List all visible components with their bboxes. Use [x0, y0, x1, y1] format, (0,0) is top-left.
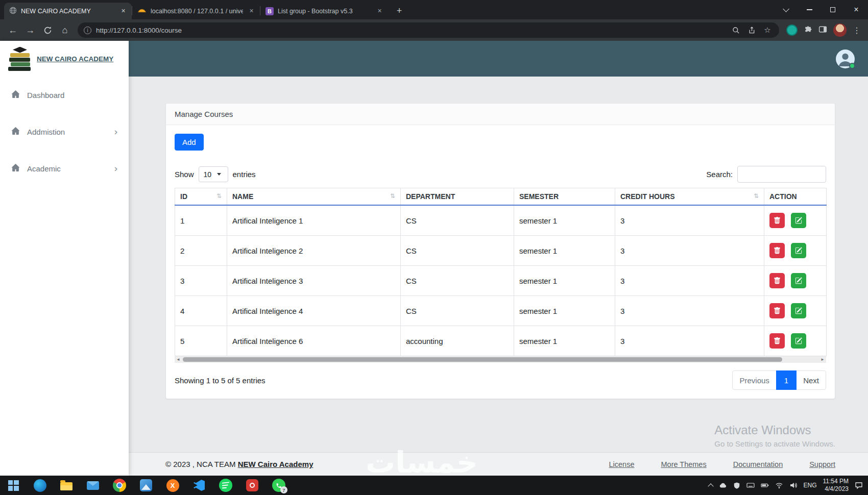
footer-link-support[interactable]: Support [809, 460, 835, 468]
column-header-name[interactable]: NAME⇅ [227, 188, 401, 206]
brand[interactable]: NEW CAIRO ACADEMY [0, 41, 129, 77]
back-button[interactable]: ← [4, 21, 21, 39]
tab-search-button[interactable] [774, 0, 798, 19]
scrollbar-thumb[interactable] [183, 357, 782, 362]
tab-close-icon[interactable]: × [119, 7, 128, 15]
phpmyadmin-favicon-icon [137, 7, 147, 15]
tab-phpmyadmin[interactable]: localhost:8080 / 127.0.0.1 / unive × [132, 3, 260, 19]
scroll-left-icon[interactable]: ◄ [176, 356, 180, 363]
delete-button[interactable] [769, 333, 785, 349]
footer-link-license[interactable]: License [609, 460, 635, 468]
sidebar-item-label: Academic [27, 164, 61, 173]
table-row: 3 Artifical Inteligence 3 CS semester 1 … [175, 266, 827, 296]
sidebar-item-admission[interactable]: Addmistion › [0, 113, 129, 150]
browser-menu-icon[interactable]: ⋮ [853, 26, 861, 35]
add-button[interactable]: Add [175, 134, 204, 151]
search-input[interactable] [737, 166, 826, 183]
sidebar-item-academic[interactable]: Academic › [0, 150, 129, 187]
time: 11:54 PM [823, 478, 849, 485]
column-header-credit-hours[interactable]: CREDIT HOURS⇅ [615, 188, 764, 206]
chevron-right-icon: › [114, 163, 117, 174]
taskbar-clock[interactable]: 11:54 PM 4/4/2023 [823, 478, 849, 493]
keyboard-icon[interactable] [746, 481, 755, 489]
chrome-icon[interactable] [106, 476, 133, 495]
table-controls: Show 10 entries Search: [175, 166, 826, 183]
extensions-puzzle-icon[interactable] [804, 25, 812, 36]
address-bar[interactable]: i http://127.0.0.1:8000/course ☆ [78, 22, 779, 38]
whatsapp-icon[interactable]: 7 [266, 476, 292, 495]
cell-action [764, 296, 827, 326]
tab-close-icon[interactable]: × [375, 7, 384, 15]
home-button[interactable]: ⌂ [56, 21, 74, 39]
tab-nca[interactable]: NEW CAIRO ACADEMY × [4, 3, 132, 19]
action-center-icon[interactable] [855, 481, 863, 489]
maximize-icon [830, 7, 835, 12]
photos-app-icon[interactable] [133, 476, 159, 495]
volume-icon[interactable] [789, 481, 798, 489]
footer-link-more-themes[interactable]: More Themes [661, 460, 706, 468]
delete-button[interactable] [769, 303, 785, 318]
cell-department: accounting [401, 326, 514, 356]
current-page-button[interactable]: 1 [776, 370, 797, 390]
column-header-department[interactable]: DEPARTMENT [401, 188, 514, 206]
reload-button[interactable] [39, 21, 56, 39]
tab-bootstrap[interactable]: B List group - Bootstrap v5.3 × [260, 3, 388, 19]
bookmark-star-icon[interactable]: ☆ [762, 24, 773, 36]
extension-avatar-icon[interactable] [786, 24, 798, 36]
language-indicator[interactable]: ENG [804, 482, 817, 489]
user-avatar[interactable] [836, 50, 855, 68]
edit-button[interactable] [791, 333, 806, 349]
security-shield-icon[interactable] [733, 482, 740, 489]
next-page-button[interactable]: Next [796, 370, 826, 390]
close-window-button[interactable]: × [845, 0, 868, 19]
red-app-icon[interactable] [239, 476, 266, 495]
spotify-icon[interactable] [212, 476, 239, 495]
footer-brand-link[interactable]: NEW Cairo Academy [238, 460, 314, 468]
search-label: Search: [706, 170, 733, 179]
previous-page-button[interactable]: Previous [732, 370, 776, 390]
onedrive-cloud-icon[interactable] [719, 481, 727, 489]
start-button[interactable] [0, 476, 27, 495]
horizontal-scrollbar[interactable]: ◄ ► [175, 356, 826, 363]
manage-courses-card: Manage Courses Add Show 10 entries [165, 103, 835, 399]
file-explorer-icon[interactable] [53, 476, 80, 495]
delete-button[interactable] [769, 243, 785, 258]
edge-icon[interactable] [27, 476, 53, 495]
share-icon[interactable] [746, 24, 757, 36]
show-label: Show [175, 170, 194, 179]
sidebar-item-dashboard[interactable]: Dashboard [0, 77, 129, 113]
battery-icon[interactable] [761, 481, 769, 489]
maximize-button[interactable] [821, 0, 845, 19]
column-header-semester[interactable]: SEMESTER [514, 188, 615, 206]
minimize-button[interactable] [798, 0, 821, 19]
delete-button[interactable] [769, 273, 785, 288]
scroll-right-icon[interactable]: ► [821, 356, 825, 363]
edit-button[interactable] [791, 213, 806, 228]
mail-icon[interactable] [80, 476, 106, 495]
delete-button[interactable] [769, 213, 785, 228]
forward-button[interactable]: → [21, 21, 39, 39]
site-info-icon[interactable]: i [84, 27, 91, 34]
column-header-id[interactable]: ID⇅ [175, 188, 227, 206]
page-length-select[interactable]: 10 [199, 166, 228, 182]
cell-name: Artifical Inteligence 3 [227, 266, 401, 296]
card-title: Manage Courses [166, 104, 835, 125]
cell-semester: semester 1 [514, 205, 615, 236]
edit-button[interactable] [791, 243, 806, 258]
side-panel-icon[interactable] [818, 25, 827, 36]
xampp-icon[interactable]: X [159, 476, 186, 495]
zoom-icon[interactable] [730, 24, 741, 36]
browser-profile-avatar[interactable] [833, 23, 847, 37]
edit-button[interactable] [791, 273, 806, 288]
url-text[interactable]: http://127.0.0.1:8000/course [96, 27, 726, 34]
wifi-icon[interactable] [775, 481, 783, 489]
activate-windows-watermark: Activate Windows Go to Settings to activ… [714, 423, 835, 448]
vscode-icon[interactable] [186, 476, 212, 495]
tab-close-icon[interactable]: × [247, 7, 256, 15]
edit-button[interactable] [791, 303, 806, 318]
tray-expand-icon[interactable] [709, 483, 713, 488]
cell-action [764, 266, 827, 296]
footer-link-documentation[interactable]: Documentation [733, 460, 783, 468]
new-tab-button[interactable]: + [392, 4, 406, 18]
brand-name[interactable]: NEW CAIRO ACADEMY [37, 55, 113, 63]
